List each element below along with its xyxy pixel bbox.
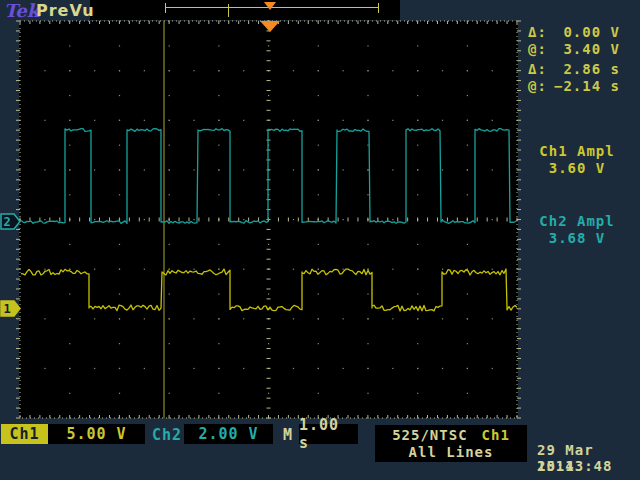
cursor-delta-v-value: 0.00 V (563, 24, 620, 40)
trigger-source: Ch1 (482, 427, 510, 443)
acquisition-mode-label: PreVu (36, 1, 95, 20)
timebase-readout: 1.00 s (299, 424, 358, 444)
record-view-left-bracket (165, 3, 166, 13)
ch2-scale-value: 2.00 V (198, 425, 258, 443)
svg-text:1: 1 (3, 302, 10, 316)
cursor-at-v-value: 3.40 V (563, 41, 620, 57)
trigger-mode: All Lines (409, 444, 494, 460)
svg-text:2: 2 (3, 215, 10, 229)
record-view-right-bracket (378, 3, 379, 13)
cursor-delta-t-row: Δ: 2.86 s (528, 61, 620, 77)
channel-2-marker: 2 (0, 213, 22, 230)
time-readout: 15:43:48 (537, 458, 612, 474)
cursor-at-t-label: @: (528, 78, 547, 94)
ch2-label: Ch2 (152, 426, 182, 444)
trigger-position-icon (260, 21, 280, 32)
tek-logo: Tek (4, 0, 39, 21)
cursor-at-t-value: −2.14 s (554, 78, 620, 94)
ch1-scale-value: 5.00 V (66, 425, 126, 443)
trigger-readout: 525/NTSC Ch1 All Lines (375, 425, 527, 462)
cursor-at-v-row: @: 3.40 V (528, 41, 620, 57)
timebase-label: M (283, 426, 293, 444)
cursor-delta-v-label: Δ: (528, 24, 547, 40)
cursor-at-v-label: @: (528, 41, 547, 57)
cursor-delta-t-value: 2.86 s (563, 61, 620, 77)
trigger-position-bar-icon (264, 2, 276, 10)
ch1-amplitude-title: Ch1 Ampl (516, 143, 638, 160)
cursor-at-t-row: @: −2.14 s (528, 78, 620, 94)
ch2-amplitude-value: 3.68 V (516, 230, 638, 247)
acquisition-bar-background (90, 0, 400, 20)
ch1-badge: Ch1 (1, 424, 48, 444)
timebase-value: 1.00 s (299, 416, 358, 452)
ch1-amplitude-value: 3.60 V (516, 160, 638, 177)
oscilloscope-screen: Tek PreVu 2 1 Δ: 0.00 V @: 3.40 V Δ: 2.8… (0, 0, 640, 480)
channel-1-marker: 1 (0, 300, 22, 317)
cursor-delta-v-row: Δ: 0.00 V (528, 24, 620, 40)
cursor-delta-t-label: Δ: (528, 61, 547, 77)
ch1-scale-readout: 5.00 V (48, 424, 145, 444)
ch2-scale-readout: 2.00 V (184, 424, 273, 444)
ch2-amplitude-title: Ch2 Ampl (516, 213, 638, 230)
record-view-tick (228, 4, 229, 17)
trigger-standard: 525/NTSC (392, 427, 467, 443)
